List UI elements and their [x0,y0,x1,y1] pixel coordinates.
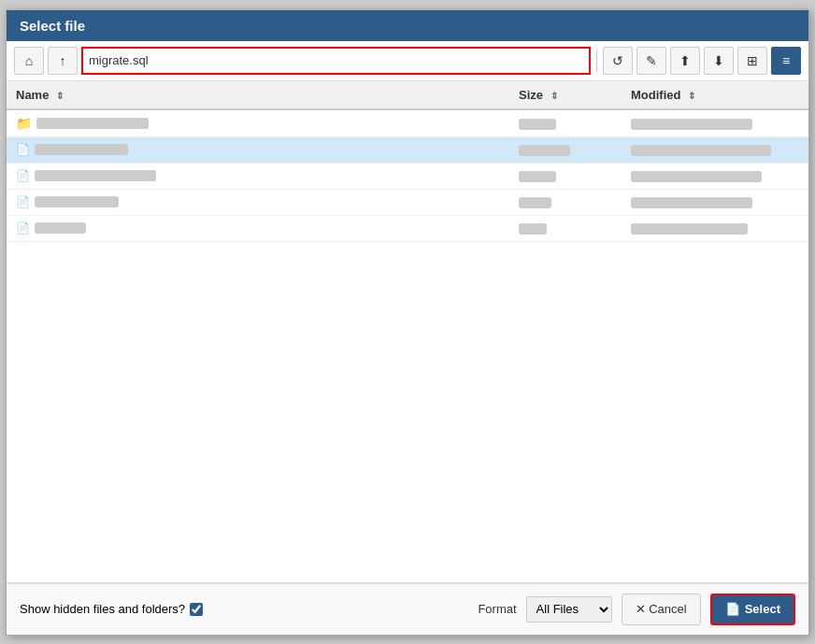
size-sort-icon: ⇕ [550,91,558,101]
table-header-row: Name ⇕ Size ⇕ Modified ⇕ [7,81,808,109]
dialog-header: Select file [7,10,808,41]
cancel-icon: ✕ [636,602,646,616]
footer-left: Show hidden files and folders? [20,602,203,616]
upload-button[interactable]: ⬆ [670,47,700,75]
list-icon: ≡ [782,53,790,68]
cell-name: 📁 [7,109,509,137]
cell-size [509,215,622,241]
format-label: Format [478,602,516,616]
dialog-title: Select file [20,18,85,34]
cell-name: 📄 [7,215,509,241]
cell-name: 📄 [7,189,509,215]
table-row[interactable]: 📄 [7,215,808,241]
cell-size [509,109,622,137]
select-file-dialog: Select file ⌂ ↑ ↺ ✎ ⬆ ⬇ ⊞ ≡ [6,9,809,636]
up-button[interactable]: ↑ [48,47,78,75]
refresh-button[interactable]: ↺ [603,47,633,75]
file-icon: 📄 [16,143,30,156]
blurred-size [519,223,547,235]
blurred-name [35,222,86,234]
table-row[interactable]: 📄 [7,189,808,215]
show-hidden-text: Show hidden files and folders? [20,602,185,616]
footer: Show hidden files and folders? Format Al… [7,583,808,635]
cell-name: 📄 [7,136,509,163]
blurred-name [36,118,149,129]
download-icon: ⬇ [713,53,724,68]
cell-name: 📄 [7,163,509,189]
blurred-size [519,119,556,130]
select-file-icon: 📄 [725,602,740,616]
cell-size [509,136,622,163]
refresh-icon: ↺ [612,53,623,68]
home-icon: ⌂ [25,53,33,68]
show-hidden-checkbox[interactable] [190,603,203,616]
cell-modified [622,189,808,215]
cancel-button[interactable]: ✕ Cancel [622,594,701,625]
col-name[interactable]: Name ⇕ [7,81,509,109]
download-button[interactable]: ⬇ [704,47,734,75]
upload-icon: ⬆ [679,53,691,68]
blurred-modified [631,145,771,156]
select-button[interactable]: 📄 Select [710,594,795,625]
table-row[interactable]: 📁 [7,109,808,137]
modified-sort-icon: ⇕ [688,91,695,101]
table-row[interactable]: 📄 [7,136,808,163]
file-table: Name ⇕ Size ⇕ Modified ⇕ 📁📄📄📄📄 [7,81,808,242]
format-select[interactable]: All Files SQL Files Text Files [526,596,612,623]
toolbar: ⌂ ↑ ↺ ✎ ⬆ ⬇ ⊞ ≡ [7,41,808,81]
col-modified[interactable]: Modified ⇕ [622,81,808,109]
path-input-wrapper [81,47,591,75]
edit-button[interactable]: ✎ [636,47,666,75]
cell-modified [622,109,808,137]
select-label: Select [745,602,780,616]
file-icon: 📄 [16,169,30,182]
file-icon: 📄 [16,222,30,235]
cell-modified [622,163,808,189]
show-hidden-label[interactable]: Show hidden files and folders? [20,602,203,616]
blurred-name [35,144,128,155]
path-input[interactable] [81,47,591,75]
blurred-size [519,197,551,208]
blurred-modified [631,119,752,130]
name-sort-icon: ⇕ [56,91,64,101]
folder-icon: 📁 [16,116,32,131]
cell-size [509,189,622,215]
col-size[interactable]: Size ⇕ [509,81,622,109]
grid-view-button[interactable]: ⊞ [737,47,767,75]
blurred-modified [631,197,752,208]
blurred-size [519,171,556,182]
file-icon: 📄 [16,195,30,208]
grid-icon: ⊞ [747,53,758,68]
cell-modified [622,215,808,241]
toolbar-separator [596,50,597,72]
blurred-name [35,170,156,181]
table-row[interactable]: 📄 [7,163,808,189]
home-button[interactable]: ⌂ [14,47,44,75]
blurred-size [519,145,570,156]
cell-modified [622,136,808,163]
blurred-name [35,196,119,208]
edit-icon: ✎ [646,53,657,68]
footer-right: Format All Files SQL Files Text Files ✕ … [478,594,795,625]
file-table-container: Name ⇕ Size ⇕ Modified ⇕ 📁📄📄📄📄 [7,81,808,583]
blurred-modified [631,223,748,235]
cell-size [509,163,622,189]
blurred-modified [631,171,762,182]
cancel-label: Cancel [649,602,686,616]
up-icon: ↑ [60,53,66,68]
list-view-button[interactable]: ≡ [771,47,801,75]
